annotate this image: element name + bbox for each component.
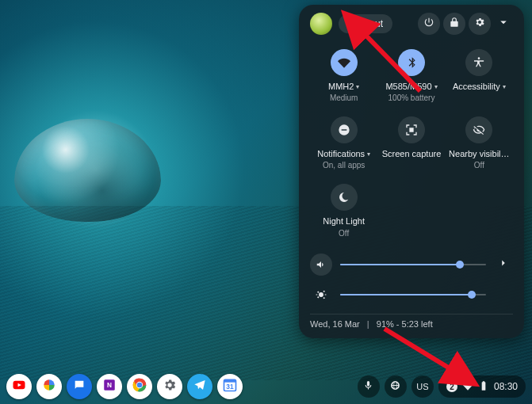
chevron-down-icon: ▾: [434, 83, 438, 91]
tile-nearby-visibility[interactable]: Nearby visibil… Off: [446, 113, 513, 177]
wifi-icon: [462, 380, 473, 394]
tile-label: MMH2: [328, 82, 354, 92]
tile-label: Notifications: [317, 149, 365, 159]
sign-out-button[interactable]: Sign out: [339, 14, 392, 33]
panel-header: Sign out: [310, 13, 513, 35]
shelf: N 31 US 2 08:30: [0, 369, 532, 404]
onenote-icon: N: [102, 378, 117, 395]
tile-label: Accessibility: [453, 82, 500, 92]
tile-night-light[interactable]: Night Light Off: [310, 181, 377, 245]
wifi-icon: [331, 49, 358, 76]
do-not-disturb-icon: [331, 116, 358, 143]
tile-bluetooth[interactable]: M585/M590▾ 100% battery: [377, 46, 445, 110]
tile-label: Nearby visibil…: [449, 149, 509, 159]
app-chrome[interactable]: [127, 374, 152, 399]
power-icon: [423, 17, 434, 31]
tile-notifications[interactable]: Notifications▾ On, all apps: [310, 113, 377, 177]
tile-sublabel: On, all apps: [323, 161, 365, 170]
svg-rect-7: [224, 379, 236, 382]
chevron-down-icon: ▾: [367, 151, 370, 158]
audio-settings-button[interactable]: [494, 255, 513, 274]
lock-icon: [449, 17, 460, 31]
notification-count-badge: 2: [446, 381, 457, 392]
bluetooth-icon: [398, 49, 425, 76]
messages-icon: [73, 379, 86, 394]
mic-icon: [363, 380, 373, 393]
settings-button[interactable]: [469, 13, 491, 35]
photos-icon: [42, 378, 56, 395]
telegram-icon: [193, 379, 206, 394]
quick-tiles: MMH2▾ Medium M585/M590▾ 100% battery Acc…: [310, 46, 513, 246]
tile-accessibility[interactable]: Accessibility▾: [446, 46, 513, 110]
svg-text:31: 31: [226, 383, 234, 391]
app-settings[interactable]: [157, 374, 182, 399]
lock-button[interactable]: [443, 13, 465, 35]
chevron-down-icon: ▾: [356, 83, 359, 91]
tile-screen-capture[interactable]: Screen capture: [377, 113, 445, 177]
panel-footer: Wed, 16 Mar | 91% - 5:23 left: [310, 319, 513, 329]
volume-slider[interactable]: [340, 264, 486, 265]
app-youtube[interactable]: [6, 374, 32, 399]
tile-sublabel: Off: [474, 161, 484, 170]
svg-point-5: [137, 383, 143, 388]
svg-text:N: N: [107, 382, 112, 389]
app-photos[interactable]: [36, 374, 62, 399]
night-light-icon: [331, 184, 358, 211]
status-tray[interactable]: 2 08:30: [438, 375, 526, 398]
app-telegram[interactable]: [187, 374, 212, 399]
tile-wifi[interactable]: MMH2▾ Medium: [310, 46, 377, 110]
divider: [310, 314, 513, 314]
youtube-icon: [12, 378, 26, 395]
app-calendar[interactable]: 31: [217, 374, 243, 399]
calendar-icon: 31: [222, 377, 238, 396]
tile-sublabel: 100% battery: [388, 93, 435, 102]
tile-sublabel: Off: [339, 229, 349, 238]
gear-icon: [474, 17, 485, 31]
visibility-off-icon: [465, 116, 492, 143]
power-button[interactable]: [418, 13, 440, 35]
app-messages[interactable]: [67, 374, 92, 399]
brightness-icon: [310, 284, 332, 306]
input-language-button[interactable]: US: [411, 375, 434, 398]
wallpaper-droplet: [14, 119, 161, 222]
volume-row: [310, 253, 513, 276]
globe-icon: [390, 380, 400, 393]
footer-date: Wed, 16 Mar: [310, 319, 360, 329]
brightness-slider[interactable]: [340, 294, 486, 295]
clock: 08:30: [494, 381, 518, 392]
brightness-row: [310, 284, 513, 306]
battery-icon: [478, 380, 489, 394]
chevron-right-icon: [498, 257, 509, 272]
chevron-down-icon: ▾: [503, 83, 506, 91]
collapse-button[interactable]: [494, 15, 513, 32]
mic-button[interactable]: [358, 375, 380, 398]
volume-icon[interactable]: [310, 253, 332, 276]
screen-capture-icon: [398, 116, 425, 143]
chrome-icon: [132, 377, 147, 396]
avatar[interactable]: [310, 13, 332, 35]
app-onenote[interactable]: N: [97, 374, 122, 399]
tile-label: Screen capture: [382, 149, 442, 159]
globe-button[interactable]: [385, 375, 407, 398]
chevron-down-icon: [496, 15, 511, 32]
input-language-label: US: [416, 382, 428, 391]
footer-battery: 91% - 5:23 left: [377, 319, 433, 329]
gear-icon: [163, 378, 177, 395]
tile-label: M585/M590: [385, 82, 431, 92]
quick-settings-panel: Sign out MMH2▾: [299, 5, 524, 338]
tile-label: Night Light: [323, 216, 365, 227]
accessibility-icon: [465, 49, 492, 76]
tile-sublabel: Medium: [330, 93, 358, 102]
